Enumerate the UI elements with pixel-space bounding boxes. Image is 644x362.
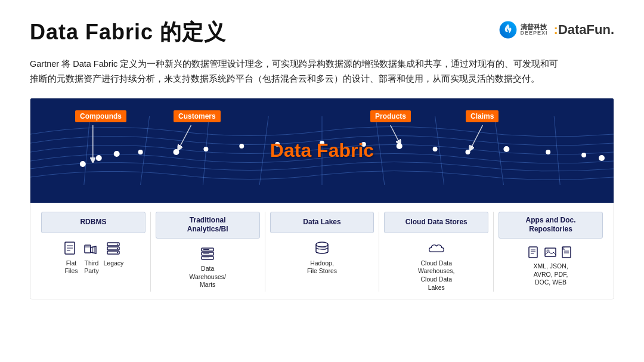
item-xml-json: XML, JSON,AVRO, PDF,DOC, WEB bbox=[527, 246, 575, 287]
svg-point-45 bbox=[117, 252, 118, 253]
svg-point-26 bbox=[581, 153, 586, 157]
data-warehouse-label: DataWarehouses/Marts bbox=[189, 265, 225, 289]
image-icon bbox=[544, 246, 558, 260]
deepexi-logo: 滴普科技 DEEPEXI bbox=[499, 20, 548, 39]
svg-point-24 bbox=[503, 146, 509, 152]
page-container: Data Fabric 的定义 滴普科技 DEEPEXI bbox=[0, 0, 644, 362]
svg-rect-59 bbox=[545, 248, 556, 256]
item-cloud-data: Cloud DataWarehouses,Cloud DataLakes bbox=[418, 240, 454, 292]
cloud-data-label: Cloud DataWarehouses,Cloud DataLakes bbox=[418, 259, 454, 292]
hadoop-icon bbox=[314, 240, 330, 257]
diagram-bottom: RDBMS FlatFiles bbox=[30, 203, 614, 299]
svg-point-12 bbox=[96, 155, 102, 161]
data-fabric-label: Data Fabric bbox=[270, 140, 374, 162]
svg-point-17 bbox=[239, 144, 244, 148]
page-title: Data Fabric 的定义 bbox=[30, 18, 226, 47]
category-compounds: Compounds bbox=[75, 110, 126, 122]
xml-json-label: XML, JSON,AVRO, PDF,DOC, WEB bbox=[533, 262, 568, 287]
item-flat-files: FlatFiles bbox=[63, 240, 79, 276]
flat-files-label: FlatFiles bbox=[64, 259, 78, 276]
diagram-top: Compounds Customers Products Claims Data… bbox=[30, 98, 614, 203]
data-category-cloud: Cloud Data Stores Cloud DataWarehouses,C… bbox=[379, 212, 494, 292]
svg-point-21 bbox=[397, 143, 402, 149]
cloud-icon bbox=[428, 240, 445, 257]
svg-point-27 bbox=[599, 155, 605, 161]
third-party-icon bbox=[83, 240, 100, 257]
data-warehouse-icon bbox=[199, 246, 216, 262]
data-category-rdbms: RDBMS FlatFiles bbox=[36, 212, 151, 292]
svg-rect-61 bbox=[562, 247, 571, 258]
item-third-party: ThirdParty bbox=[83, 240, 100, 276]
data-category-apps: Apps and Doc.Repositories bbox=[494, 212, 608, 292]
rdbms-header: RDBMS bbox=[41, 212, 145, 233]
svg-point-13 bbox=[114, 151, 120, 157]
header: Data Fabric 的定义 滴普科技 DEEPEXI bbox=[30, 18, 614, 47]
deepexi-en-name: DEEPEXI bbox=[521, 30, 548, 36]
analytics-header: TraditionalAnalytics/BI bbox=[156, 212, 260, 239]
item-legacy: Legacy bbox=[103, 240, 123, 268]
svg-point-25 bbox=[546, 150, 550, 154]
doc-icon bbox=[527, 246, 541, 260]
lakes-items: Hadoop,File Stores bbox=[307, 240, 337, 276]
svg-point-14 bbox=[138, 150, 143, 154]
datafun-name: DataFun. bbox=[558, 22, 614, 38]
datafun-colon: : bbox=[554, 22, 558, 38]
data-category-analytics: TraditionalAnalytics/BI DataWarehouses/M… bbox=[151, 212, 265, 292]
svg-point-22 bbox=[433, 147, 438, 151]
svg-point-0 bbox=[499, 21, 516, 39]
apps-header: Apps and Doc.Repositories bbox=[499, 212, 603, 239]
svg-point-52 bbox=[316, 242, 328, 247]
svg-point-43 bbox=[117, 243, 118, 245]
apps-items: XML, JSON,AVRO, PDF,DOC, WEB bbox=[527, 246, 575, 287]
datafun-logo: : DataFun. bbox=[554, 22, 614, 38]
svg-rect-55 bbox=[529, 247, 537, 258]
svg-point-15 bbox=[174, 149, 179, 155]
category-customers: Customers bbox=[174, 110, 221, 122]
svg-point-44 bbox=[117, 247, 118, 249]
item-data-warehouse: DataWarehouses/Marts bbox=[189, 246, 225, 289]
diagram: Compounds Customers Products Claims Data… bbox=[30, 98, 614, 300]
svg-point-11 bbox=[80, 161, 86, 167]
deepexi-flame-icon bbox=[499, 20, 518, 39]
description-text: Gartner 将 Data Fabric 定义为一种新兴的数据管理设计理念，可… bbox=[30, 57, 566, 87]
legacy-label: Legacy bbox=[103, 259, 123, 268]
pdf-icon bbox=[561, 246, 575, 260]
legacy-icon bbox=[105, 240, 122, 257]
rdbms-items: FlatFiles ThirdParty bbox=[63, 240, 123, 276]
svg-point-16 bbox=[203, 147, 208, 151]
cloud-items: Cloud DataWarehouses,Cloud DataLakes bbox=[418, 240, 454, 292]
cloud-header: Cloud Data Stores bbox=[384, 212, 488, 233]
category-claims: Claims bbox=[466, 110, 499, 122]
analytics-items: DataWarehouses/Marts bbox=[189, 246, 225, 289]
item-hadoop: Hadoop,File Stores bbox=[307, 240, 337, 276]
lakes-header: Data Lakes bbox=[270, 212, 374, 233]
third-party-label: ThirdParty bbox=[84, 259, 99, 276]
flat-files-icon bbox=[63, 240, 79, 257]
data-category-lakes: Data Lakes Hadoop,File bbox=[265, 212, 380, 292]
svg-point-23 bbox=[466, 150, 470, 154]
category-products: Products bbox=[370, 110, 411, 122]
svg-rect-36 bbox=[85, 245, 91, 253]
deepexi-text: 滴普科技 DEEPEXI bbox=[521, 23, 548, 36]
hadoop-label: Hadoop,File Stores bbox=[307, 259, 337, 276]
logos-area: 滴普科技 DEEPEXI : DataFun. bbox=[499, 20, 614, 39]
